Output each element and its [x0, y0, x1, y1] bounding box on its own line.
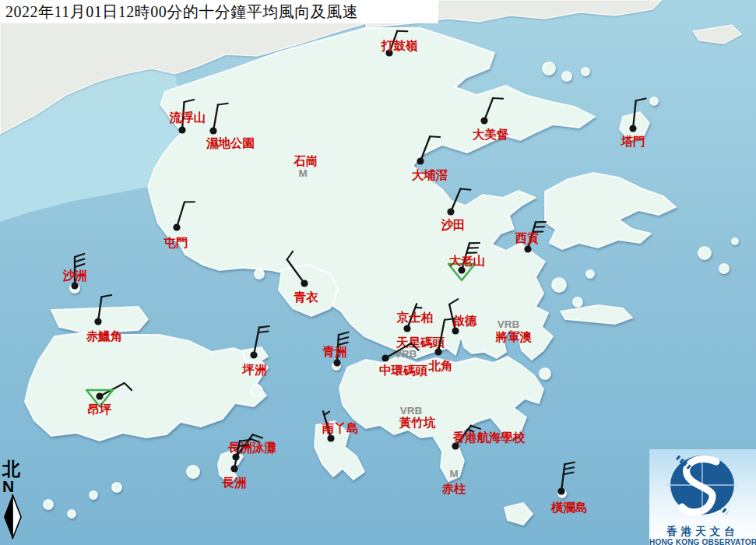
- station-dot: [178, 126, 185, 133]
- station-label: 長洲泳灘: [227, 441, 277, 454]
- station-label: 昂坪: [88, 403, 113, 416]
- observatory-logo-icon: [649, 449, 756, 521]
- station-label: 中環碼頭: [379, 364, 428, 377]
- station-dot: [71, 282, 78, 289]
- station-dot: [452, 327, 459, 334]
- station-label: 啟德: [452, 314, 478, 327]
- station-label: 赤鱲角: [86, 329, 123, 343]
- station-dot: [557, 487, 564, 494]
- station-label: 黃竹坑: [399, 416, 436, 429]
- station-label: 大埔滘: [412, 168, 448, 181]
- station-label: 流浮山: [169, 111, 206, 124]
- compass-needle-icon: [2, 494, 23, 540]
- observatory-name-zh: 香港天文台: [649, 526, 756, 537]
- station-label: 沙洲: [63, 269, 87, 282]
- station-label: 香港航海學校: [452, 431, 526, 444]
- station-dot: [447, 208, 454, 215]
- observatory-name-en: HONG KONG OBSERVATORY: [649, 537, 756, 545]
- station-label: 橫瀾島: [550, 501, 588, 514]
- station-label: 北角: [428, 359, 453, 372]
- station-status-marker: VRB: [395, 348, 417, 360]
- station-dot: [382, 354, 389, 361]
- station-dot: [94, 318, 101, 325]
- station-label: 京士柏: [396, 311, 434, 324]
- map-title: 2022年11月01日12時00分的十分鐘平均風向及風速: [0, 0, 438, 23]
- station-label: 屯門: [164, 236, 188, 249]
- north-hanzi-label: 北: [2, 460, 29, 479]
- station-status-marker: VRB: [400, 405, 423, 417]
- wind-barb-feather: [461, 189, 471, 190]
- station-label: 塔門: [621, 135, 645, 148]
- station-label: 沙田: [441, 218, 466, 231]
- wind-barb-feather: [493, 98, 503, 99]
- station-dot: [458, 266, 465, 273]
- observatory-logo: 香港天文台 HONG KONG OBSERVATORY: [649, 449, 756, 545]
- station-dot: [480, 117, 487, 124]
- station-dot: [250, 351, 257, 358]
- station-label: 將軍澳: [495, 330, 533, 343]
- wind-map-image: 打鼓嶺流浮山濕地公園M石崗大美督塔門大埔滘沙田屯門西貢沙洲大老山青衣赤鱲角京士柏…: [0, 0, 756, 545]
- station-dot: [629, 125, 636, 132]
- station-label: 坪洲: [242, 363, 267, 376]
- map-canvas: 打鼓嶺流浮山濕地公園M石崗大美督塔門大埔滘沙田屯門西貢沙洲大老山青衣赤鱲角京士柏…: [0, 0, 756, 545]
- station-label: 大老山: [449, 254, 486, 267]
- station-label: 長洲: [222, 476, 247, 489]
- north-indicator: 北 N: [2, 460, 29, 543]
- station-label: 濕地公園: [206, 136, 255, 149]
- station-status-marker: M: [449, 468, 458, 480]
- station-dot: [434, 348, 441, 355]
- station-label: 青衣: [294, 290, 319, 304]
- station-label: 西貢: [515, 231, 540, 245]
- station-dot: [96, 392, 103, 399]
- station-label: 南丫島: [322, 421, 359, 434]
- station-dot: [403, 325, 410, 332]
- station-dot: [327, 434, 334, 441]
- station-status-marker: VRB: [498, 318, 520, 330]
- north-letter-label: N: [2, 479, 29, 494]
- station-label: 天星碼頭: [396, 336, 445, 349]
- station-dot: [209, 127, 216, 134]
- station-dot: [301, 280, 308, 287]
- station-dot: [524, 245, 531, 252]
- station-label: 打鼓嶺: [381, 39, 418, 52]
- station-dot: [230, 465, 237, 472]
- wind-barb-feather: [430, 136, 440, 137]
- station-label: 大美督: [473, 128, 509, 141]
- station-label: 石崗: [294, 154, 318, 167]
- station-label: 赤柱: [441, 482, 467, 495]
- station-dot: [417, 157, 424, 164]
- station-dot: [333, 359, 340, 366]
- station-label: 青洲: [322, 345, 347, 358]
- station-status-marker: M: [298, 167, 307, 179]
- station-dot: [173, 223, 180, 230]
